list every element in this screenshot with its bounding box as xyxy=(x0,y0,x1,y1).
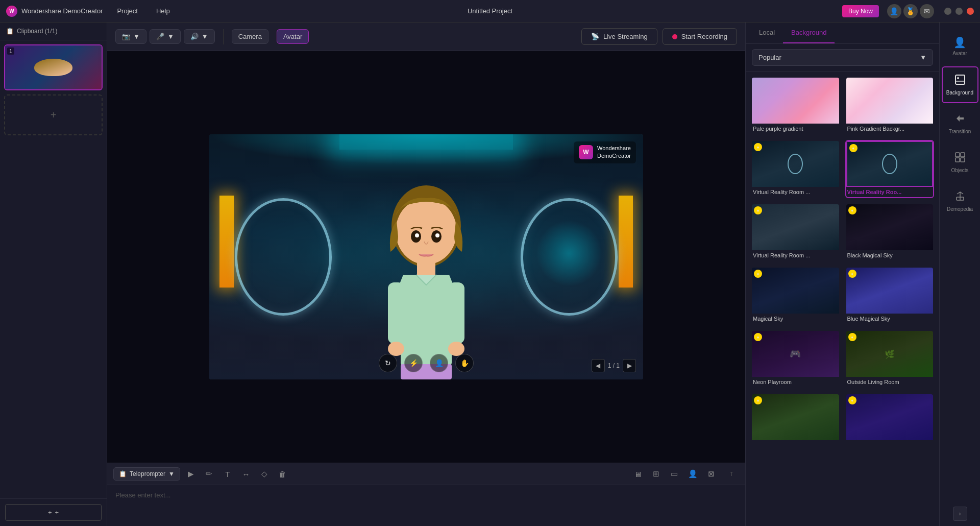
watermark-icon: W xyxy=(579,145,593,159)
teleprompter-toolbar: 📋 Teleprompter ▼ ▶ ✏ T ↔ ◇ 🗑 🖥 ⊞ ▭ 👤 ⊠ T xyxy=(107,463,745,485)
gesture-control[interactable]: ✋ xyxy=(455,354,474,372)
svg-rect-16 xyxy=(955,153,960,157)
text-tool[interactable]: T xyxy=(220,466,235,482)
crop-control[interactable]: ⚡ xyxy=(404,354,423,372)
svg-point-15 xyxy=(957,77,959,79)
preview-area: W Wondershare DemoCreator ↻ ⚡ 👤 ✋ ◀ 1 xyxy=(107,51,745,463)
teleprompter-area: 📋 Teleprompter ▼ ▶ ✏ T ↔ ◇ 🗑 🖥 ⊞ ▭ 👤 ⊠ T xyxy=(107,463,745,526)
bg-label-blue-magical: Blue Magical Sky xyxy=(846,314,934,324)
close-button[interactable]: × xyxy=(967,8,974,15)
bg-thumb-magical-sky: ♦ xyxy=(752,268,839,314)
teleprompter-input-area[interactable]: Please enter text... xyxy=(107,485,745,526)
edit-tool[interactable]: ✏ xyxy=(202,466,217,482)
next-page-button[interactable]: ▶ xyxy=(623,359,636,372)
clip-number: 1 xyxy=(7,47,14,55)
overlay-tool[interactable]: ▭ xyxy=(667,466,682,482)
background-panel-label: Background xyxy=(946,90,973,95)
panel-item-background[interactable]: Background xyxy=(942,66,978,103)
panel-item-demopedia[interactable]: Demopedia xyxy=(942,183,978,220)
portal-glow-right xyxy=(536,220,602,286)
menu-project[interactable]: Project xyxy=(113,5,141,17)
panel-item-objects[interactable]: Objects xyxy=(942,144,978,181)
start-recording-button[interactable]: Start Recording xyxy=(663,28,737,45)
camera-source-button[interactable]: 📷 ▼ xyxy=(115,29,146,44)
preview-video: W Wondershare DemoCreator ↻ ⚡ 👤 ✋ ◀ 1 xyxy=(209,134,643,379)
bg-item-vr-room-1[interactable]: ♦ Virtual Reality Room ... xyxy=(751,140,840,198)
clips-header: 📋 Clipboard (1/1) xyxy=(0,22,107,40)
app-logo: W Wondershare DemoCreator xyxy=(6,6,103,17)
avatar-tab[interactable]: Avatar xyxy=(277,29,309,44)
volume-button[interactable]: 🔊 ▼ xyxy=(184,29,215,44)
expand-panel-button[interactable]: › xyxy=(953,507,967,521)
app-logo-icon: W xyxy=(6,6,17,17)
bg-item-outside-living[interactable]: ♦ 🌿 Outside Living Room xyxy=(845,330,935,388)
camera-tab[interactable]: Camera xyxy=(232,29,268,44)
toolbar-right: 📡 Live Streaming Start Recording xyxy=(581,28,737,45)
main-layout: 📋 Clipboard (1/1) 1 + + + xyxy=(0,22,980,526)
glow-panel-left xyxy=(219,196,234,288)
bg-thumb-outside-living: ♦ 🌿 xyxy=(846,331,934,377)
background-grid: Pale purple gradient Pink Gradient Backg… xyxy=(746,71,939,526)
bg-label-neon-playroom: Neon Playroom xyxy=(752,377,839,387)
maximize-button[interactable]: □ xyxy=(955,8,963,15)
teleprompter-dropdown[interactable]: 📋 Teleprompter ▼ xyxy=(113,467,180,481)
live-streaming-button[interactable]: 📡 Live Streaming xyxy=(581,28,657,45)
bg-label-pale-purple: Pale purple gradient xyxy=(752,124,839,134)
portal-ring-left xyxy=(235,198,332,316)
bg-item-pink-gradient[interactable]: Pink Gradient Backgr... xyxy=(845,77,935,135)
bg-item-black-magical[interactable]: ♦ Black Magical Sky xyxy=(845,203,935,261)
minimize-button[interactable]: ─ xyxy=(944,8,951,15)
play-tool[interactable]: ▶ xyxy=(183,466,199,482)
dropdown-chevron-icon: ▼ xyxy=(920,54,926,61)
tab-background[interactable]: Background xyxy=(783,22,835,43)
delete-tool[interactable]: 🗑 xyxy=(275,466,290,482)
speaker-icon: 🔊 xyxy=(190,33,199,40)
bg-item-life[interactable]: ♦ xyxy=(751,393,840,445)
clipboard-icon: 📋 xyxy=(6,28,14,35)
panel-item-avatar[interactable]: 👤 Avatar xyxy=(942,28,978,64)
user-icon[interactable]: 👤 xyxy=(887,4,901,18)
person-control[interactable]: 👤 xyxy=(430,354,448,372)
demopedia-panel-label: Demopedia xyxy=(947,206,973,212)
toolbar-input-group: 📷 ▼ 🎤 ▼ 🔊 ▼ xyxy=(115,29,215,44)
sync-tool[interactable]: ↔ xyxy=(238,466,254,482)
bg-item-pale-purple[interactable]: Pale purple gradient xyxy=(751,77,840,135)
avatar-panel-icon: 👤 xyxy=(953,36,966,49)
grid-tool[interactable]: ⊠ xyxy=(703,466,719,482)
right-panel-tabs: Local Background xyxy=(746,22,939,44)
person-insert-tool[interactable]: 👤 xyxy=(685,466,700,482)
mail-icon[interactable]: ✉ xyxy=(920,4,934,18)
buy-now-button[interactable]: Buy Now xyxy=(842,5,879,17)
prev-page-button[interactable]: ◀ xyxy=(592,359,605,372)
rotate-control[interactable]: ↻ xyxy=(379,354,397,372)
bg-label-pink-gradient: Pink Gradient Backgr... xyxy=(846,124,934,134)
window-tool[interactable]: ⊞ xyxy=(648,466,664,482)
premium-badge-4: ♦ xyxy=(848,206,856,214)
bg-thumb-life: ♦ xyxy=(752,394,839,440)
premium-badge-5: ♦ xyxy=(754,270,762,278)
add-clip-button[interactable]: + xyxy=(4,94,103,135)
bg-thumb-vr-room-3: ♦ xyxy=(752,204,839,250)
clip-item[interactable]: 1 xyxy=(4,44,103,90)
clips-sidebar: 📋 Clipboard (1/1) 1 + + + xyxy=(0,22,107,526)
bg-item-blue-magical[interactable]: ♦ Blue Magical Sky xyxy=(845,267,935,325)
teleprompter-label: Teleprompter xyxy=(130,470,165,477)
tab-local[interactable]: Local xyxy=(751,22,783,43)
bg-item-vr-room-3[interactable]: ♦ Virtual Reality Room ... xyxy=(751,203,840,261)
add-scene-button[interactable]: + + xyxy=(5,504,102,521)
bg-thumb-vr-room-1: ♦ xyxy=(752,141,839,187)
bg-item-vr-room-2[interactable]: ♦ Virtual Reality Roo... xyxy=(845,140,935,198)
screen-tool[interactable]: 🖥 xyxy=(630,466,645,482)
badge-icon[interactable]: 🏅 xyxy=(903,4,918,18)
menu-help[interactable]: Help xyxy=(152,5,174,17)
svg-rect-9 xyxy=(448,282,464,344)
category-dropdown[interactable]: Popular ▼ xyxy=(752,49,933,66)
diamond-tool[interactable]: ◇ xyxy=(257,466,272,482)
bg-item-magical-sky[interactable]: ♦ Magical Sky xyxy=(751,267,840,325)
mic-button[interactable]: 🎤 ▼ xyxy=(150,29,181,44)
demopedia-panel-icon xyxy=(954,190,966,204)
bg-item-purple-space[interactable]: ♦ xyxy=(845,393,935,445)
panel-item-transition[interactable]: Transition xyxy=(942,105,978,142)
bg-item-neon-playroom[interactable]: ♦ 🎮 Neon Playroom xyxy=(751,330,840,388)
icon-panel: 👤 Avatar Background Transition xyxy=(939,22,980,526)
